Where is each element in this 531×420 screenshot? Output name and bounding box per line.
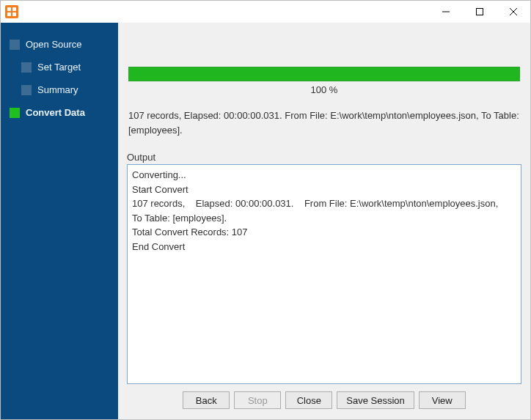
progress-fill: [129, 67, 519, 81]
status-line: 107 records, Elapsed: 00:00:00.031. From…: [128, 108, 520, 137]
step-indicator-icon: [21, 85, 32, 95]
step-summary[interactable]: Summary: [1, 78, 118, 101]
step-label: Summary: [37, 84, 78, 95]
maximize-button[interactable]: [463, 1, 497, 23]
progress-bar: [128, 67, 520, 81]
back-button[interactable]: Back: [183, 391, 230, 409]
output-label: Output: [127, 152, 521, 163]
titlebar-left: [1, 5, 18, 18]
output-textarea[interactable]: [127, 164, 521, 384]
stop-button: Stop: [234, 391, 281, 409]
titlebar: [1, 1, 530, 23]
body: Open Source Set Target Summary Convert D…: [1, 23, 530, 419]
step-set-target[interactable]: Set Target: [1, 56, 118, 78]
output-area: Output: [127, 152, 521, 384]
app-window: Open Source Set Target Summary Convert D…: [0, 0, 531, 420]
window-controls: [429, 1, 530, 23]
save-session-button[interactable]: Save Session: [337, 391, 414, 409]
step-indicator-icon: [10, 108, 20, 118]
sidebar: Open Source Set Target Summary Convert D…: [1, 23, 118, 419]
step-indicator-icon: [21, 62, 32, 73]
content-panel: 100 % 107 records, Elapsed: 00:00:00.031…: [118, 23, 530, 419]
minimize-button[interactable]: [429, 1, 463, 23]
view-button[interactable]: View: [419, 391, 466, 409]
close-button[interactable]: Close: [285, 391, 332, 409]
progress-wrap: 100 %: [128, 67, 520, 95]
close-window-button[interactable]: [497, 1, 530, 23]
button-row: Back Stop Close Save Session View: [127, 384, 521, 410]
svg-rect-1: [477, 9, 483, 15]
progress-label: 100 %: [128, 84, 520, 95]
progress-panel: 100 % 107 records, Elapsed: 00:00:00.031…: [127, 32, 521, 137]
app-icon: [5, 5, 18, 18]
step-label: Set Target: [37, 62, 81, 73]
step-indicator-icon: [10, 40, 20, 50]
step-label: Convert Data: [26, 107, 85, 118]
output-box: [127, 164, 521, 384]
step-convert-data[interactable]: Convert Data: [1, 101, 118, 124]
step-open-source[interactable]: Open Source: [1, 33, 118, 56]
step-label: Open Source: [26, 39, 82, 50]
